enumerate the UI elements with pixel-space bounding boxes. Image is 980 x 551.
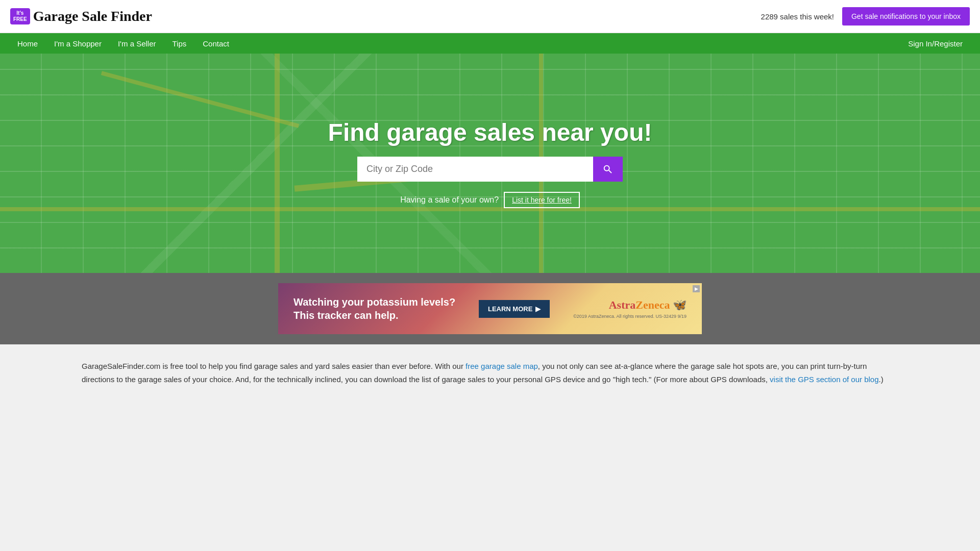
nav-left: Home I'm a Shopper I'm a Seller Tips Con… — [10, 35, 236, 52]
bottom-content: GarageSaleFinder.com is free tool to hel… — [0, 344, 980, 401]
search-bar — [357, 157, 623, 182]
logo-badge: It's FREE — [10, 8, 30, 24]
sell-text: Having a sale of your own? — [400, 195, 499, 205]
notification-button[interactable]: Get sale notifications to your inbox — [842, 7, 970, 26]
description-paragraph: GarageSaleFinder.com is free tool to hel… — [82, 360, 898, 386]
logo-area: It's FREE Garage Sale Finder — [10, 8, 152, 24]
gps-blog-link[interactable]: visit the GPS section of our blog — [770, 375, 878, 384]
header-right: 2289 sales this week! Get sale notificat… — [761, 7, 970, 26]
learn-btn-label: LEARN MORE — [488, 305, 532, 313]
search-input[interactable] — [357, 157, 593, 182]
ad-section: ▶ Watching your potassium levels?This tr… — [0, 273, 980, 344]
nav-home[interactable]: Home — [10, 35, 45, 52]
ad-text: Watching your potassium levels?This trac… — [293, 295, 455, 322]
desc-intro: GarageSaleFinder.com is free tool to hel… — [82, 362, 465, 370]
desc-end: .) — [879, 375, 884, 384]
search-icon — [602, 164, 614, 175]
badge-line1: It's — [16, 10, 23, 16]
arrow-icon: ▶ — [535, 305, 541, 313]
ad-middle: LEARN MORE ▶ — [479, 300, 550, 318]
badge-line2: FREE — [13, 16, 27, 22]
nav-right: Sign In/Register — [901, 35, 970, 52]
nav-signin[interactable]: Sign In/Register — [901, 35, 970, 52]
nav-contact[interactable]: Contact — [195, 35, 236, 52]
ad-right: AstraZeneca 🦋 ©2019 AstraZeneca. All rig… — [573, 298, 687, 319]
nav: Home I'm a Shopper I'm a Seller Tips Con… — [0, 33, 980, 54]
hero-section: Find garage sales near you! Having a sal… — [0, 54, 980, 273]
nav-seller[interactable]: I'm a Seller — [111, 35, 163, 52]
ad-learn-more-button[interactable]: LEARN MORE ▶ — [479, 300, 550, 318]
free-map-link[interactable]: free garage sale map — [465, 362, 538, 370]
ad-disclaimer: ©2019 AstraZeneca. All rights reserved. … — [573, 314, 687, 319]
sell-row: Having a sale of your own? List it here … — [400, 192, 580, 208]
astrazeneca-logo: AstraZeneca 🦋 — [573, 298, 687, 312]
ad-close-button[interactable]: ▶ — [693, 285, 700, 292]
hero-title: Find garage sales near you! — [328, 118, 652, 146]
road-element — [275, 54, 280, 273]
nav-shopper[interactable]: I'm a Shopper — [47, 35, 109, 52]
logo-text: Garage Sale Finder — [33, 8, 152, 24]
hero-content: Find garage sales near you! Having a sal… — [328, 118, 652, 208]
nav-tips[interactable]: Tips — [165, 35, 194, 52]
sales-count: 2289 sales this week! — [761, 12, 834, 21]
ad-banner: ▶ Watching your potassium levels?This tr… — [278, 283, 702, 334]
header: It's FREE Garage Sale Finder 2289 sales … — [0, 0, 980, 33]
list-free-button[interactable]: List it here for free! — [504, 192, 580, 208]
search-button[interactable] — [593, 157, 623, 182]
